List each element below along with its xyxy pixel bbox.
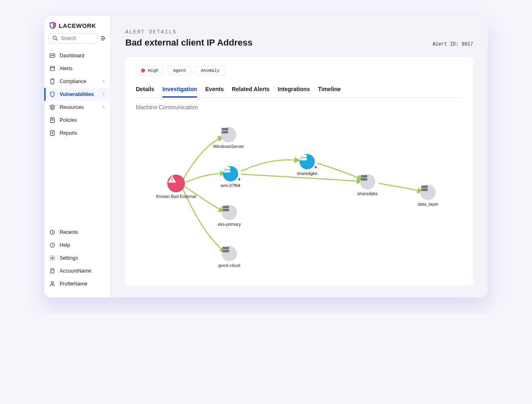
server-icon [420, 185, 436, 200]
sidebar-item-policies[interactable]: Policies [44, 114, 110, 127]
chevron-right-icon [102, 92, 106, 97]
chip-severity[interactable]: High [136, 66, 164, 75]
svg-rect-52 [421, 185, 428, 188]
sidebar-item-help[interactable]: ? Help [44, 239, 110, 252]
expand-plus-icon[interactable]: + [238, 177, 241, 182]
resources-icon [49, 104, 56, 110]
chip-label: Anomaly [201, 68, 219, 73]
severity-dot-icon [141, 69, 145, 73]
svg-text:?: ? [52, 244, 53, 247]
sidebar-item-label: Reports [60, 130, 77, 136]
tab-related-alerts[interactable]: Related Alerts [232, 83, 270, 98]
sidebar-item-alerts[interactable]: Alerts [44, 62, 110, 75]
graph-node-label: data_layer [418, 202, 438, 206]
sidebar-collapse-button[interactable] [100, 35, 106, 42]
sidebar-item-reports[interactable]: Reports [44, 127, 110, 140]
sidebar-item-label: Help [60, 242, 70, 248]
svg-point-39 [223, 210, 224, 210]
alert-triangle-icon [167, 175, 185, 192]
communication-graph[interactable]: Known Bad External WindowsServer + ami-0… [136, 113, 463, 274]
svg-point-31 [222, 132, 223, 133]
graph-node-good-cloud[interactable]: good-cloud [207, 246, 251, 268]
tab-details[interactable]: Details [136, 83, 154, 98]
primary-nav: Dashboard Alerts Compliance Vulnerabilit… [44, 48, 110, 140]
graph-node-sharedgke[interactable]: + sharedgke [285, 154, 329, 176]
graph-node-label: good-cloud [218, 263, 240, 268]
help-icon: ? [49, 242, 56, 248]
svg-point-0 [53, 36, 56, 40]
sidebar-item-compliance[interactable]: Compliance [44, 75, 110, 88]
graph-node-data-layer[interactable]: data_layer [406, 185, 450, 206]
graph-node-eks[interactable]: eks-primary [207, 205, 251, 227]
compliance-icon [49, 78, 56, 85]
server-icon [360, 174, 375, 190]
gear-icon [49, 255, 56, 261]
svg-point-47 [301, 159, 302, 160]
tab-integrations[interactable]: Integrations [278, 83, 310, 98]
sidebar-item-label: ProfileName [60, 281, 87, 287]
sidebar-item-label: Dashboard [60, 53, 84, 58]
server-icon [222, 205, 237, 220]
dashboard-icon [49, 52, 56, 59]
search-input[interactable] [61, 35, 94, 41]
sidebar-item-label: Policies [60, 117, 77, 123]
sidebar-item-label: Alerts [60, 66, 73, 71]
chevron-right-icon [102, 79, 106, 84]
shield-logo-icon [49, 22, 56, 29]
graph-node-sharedaks[interactable]: sharedaks [345, 174, 390, 196]
tab-investigation[interactable]: Investigation [162, 83, 197, 98]
svg-point-51 [362, 179, 362, 180]
collapse-icon [100, 35, 106, 42]
clock-icon [49, 229, 56, 235]
svg-point-27 [172, 181, 173, 182]
chip-label: Agent [173, 68, 186, 73]
sidebar-item-resources[interactable]: Resources [44, 101, 110, 114]
chip-type[interactable]: Anomaly [195, 66, 224, 75]
graph-node-ami[interactable]: + ami-07f84 [208, 166, 253, 188]
svg-line-1 [56, 39, 57, 40]
graph-node-label: sharedgke [297, 171, 317, 176]
sidebar-item-label: Settings [60, 255, 78, 261]
svg-point-46 [301, 156, 302, 156]
server-icon: + [299, 154, 315, 169]
svg-rect-9 [52, 79, 53, 79]
sidebar-item-settings[interactable]: Settings [44, 252, 110, 264]
search-input-wrap[interactable] [48, 33, 98, 44]
tab-events[interactable]: Events [205, 83, 224, 98]
svg-rect-53 [421, 189, 428, 191]
graph-node-label: eks-primary [218, 222, 241, 227]
chip-row: High Agent Anomaly [136, 66, 463, 75]
graph-node-windows[interactable]: WindowsServer [206, 127, 251, 149]
sidebar-item-label: Vulnerabilities [60, 92, 94, 97]
secondary-nav: Recents ? Help Settings AccountName Prof… [44, 224, 110, 290]
chevron-right-icon [102, 104, 106, 110]
graph-node-label: Known Bad External [156, 194, 196, 199]
chip-source[interactable]: Agent [168, 66, 191, 75]
alert-id-label: Alert ID: 9017 [432, 42, 473, 47]
sidebar-item-account[interactable]: AccountName [44, 264, 110, 277]
tab-timeline[interactable]: Timeline [318, 83, 341, 98]
tab-bar: Details Investigation Events Related Ale… [136, 83, 463, 98]
chip-label: High [148, 68, 158, 73]
sidebar-item-vulnerabilities[interactable]: Vulnerabilities [44, 88, 110, 101]
sidebar-item-profile[interactable]: ProfileName [44, 277, 110, 290]
shield-icon [49, 91, 56, 98]
svg-point-34 [224, 168, 225, 169]
svg-point-25 [51, 282, 53, 284]
alerts-icon [49, 65, 56, 72]
sidebar-item-label: Resources [60, 104, 84, 110]
svg-point-55 [422, 190, 423, 190]
svg-rect-21 [51, 269, 54, 273]
app-window: LACEWORK Dashboard Alerts Compliance [44, 16, 488, 298]
sidebar-item-dashboard[interactable]: Dashboard [44, 49, 110, 62]
svg-point-30 [222, 129, 223, 129]
expand-plus-icon[interactable]: + [314, 165, 317, 170]
brand-logo: LACEWORK [44, 22, 110, 33]
graph-node-known-bad[interactable]: Known Bad External [154, 175, 198, 199]
sidebar-item-recents[interactable]: Recents [44, 226, 110, 239]
svg-point-42 [223, 248, 224, 248]
graph-node-label: ami-07f84 [221, 183, 241, 188]
svg-rect-8 [51, 79, 54, 84]
sidebar-item-label: Recents [60, 229, 78, 235]
svg-point-50 [362, 176, 362, 177]
